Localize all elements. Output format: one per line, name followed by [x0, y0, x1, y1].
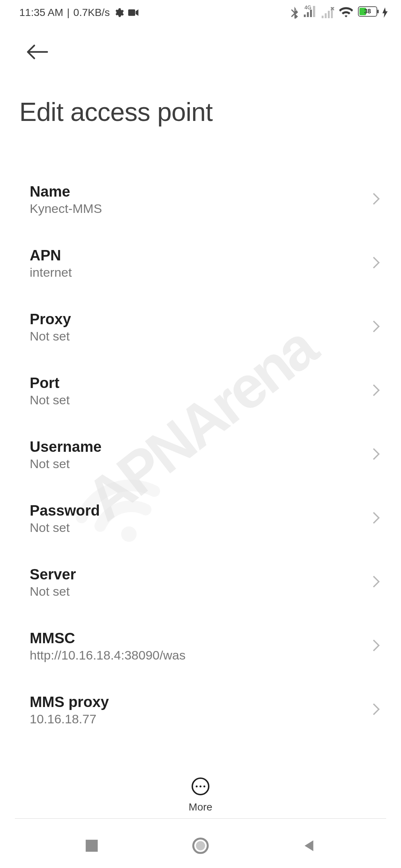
battery-pct: 38	[359, 7, 376, 16]
setting-value: Kynect-MMS	[30, 201, 102, 216]
nav-home-button[interactable]	[186, 831, 215, 861]
chevron-right-icon	[372, 511, 380, 526]
network-type-label: 4G	[304, 4, 312, 10]
bottom-action-bar: More	[0, 768, 401, 813]
setting-value: Not set	[30, 329, 71, 343]
svg-point-4	[199, 785, 201, 787]
setting-row-password[interactable]: Password Not set	[0, 487, 401, 550]
chevron-right-icon	[372, 384, 380, 398]
circle-icon	[192, 837, 209, 854]
setting-row-apn[interactable]: APN internet	[0, 231, 401, 295]
triangle-left-icon	[303, 839, 316, 852]
status-left: 11:35 AM | 0.7KB/s	[19, 7, 139, 19]
svg-rect-6	[85, 840, 97, 852]
signal-icon-2	[322, 7, 334, 18]
setting-row-port[interactable]: Port Not set	[0, 359, 401, 423]
nav-recents-button[interactable]	[77, 831, 107, 861]
chevron-right-icon	[372, 639, 380, 654]
chevron-right-icon	[372, 256, 380, 271]
svg-point-8	[196, 841, 205, 851]
setting-label: Name	[30, 183, 102, 200]
bottom-divider	[15, 818, 386, 819]
arrow-left-icon	[27, 44, 48, 60]
setting-row-proxy[interactable]: Proxy Not set	[0, 295, 401, 359]
status-right: 4G 38	[290, 6, 388, 20]
setting-value: http://10.16.18.4:38090/was	[30, 648, 186, 662]
setting-label: APN	[30, 247, 72, 264]
bluetooth-icon	[290, 7, 299, 19]
setting-row-username[interactable]: Username Not set	[0, 423, 401, 487]
more-button[interactable]: More	[189, 777, 212, 813]
status-bar: 11:35 AM | 0.7KB/s 4G 38	[0, 0, 401, 25]
chevron-right-icon	[372, 192, 380, 207]
setting-label: MMSC	[30, 630, 186, 647]
svg-rect-1	[128, 9, 135, 16]
wifi-icon	[339, 7, 353, 18]
setting-label: Username	[30, 438, 101, 455]
status-time: 11:35 AM	[19, 7, 63, 19]
chevron-right-icon	[372, 703, 380, 717]
status-sep: |	[67, 7, 69, 19]
setting-value: Not set	[30, 520, 100, 535]
setting-label: Proxy	[30, 311, 71, 328]
chevron-right-icon	[372, 447, 380, 462]
setting-label: Port	[30, 375, 70, 391]
settings-list: Name Kynect-MMS APN internet Proxy Not s…	[0, 168, 401, 742]
setting-value: Not set	[30, 584, 76, 599]
page-header: Edit access point	[0, 25, 401, 127]
more-label: More	[189, 801, 212, 813]
video-icon	[128, 8, 139, 17]
nav-back-button[interactable]	[294, 831, 324, 861]
setting-value: 10.16.18.77	[30, 712, 109, 726]
setting-value: Not set	[30, 393, 70, 407]
setting-label: Password	[30, 502, 100, 519]
setting-row-name[interactable]: Name Kynect-MMS	[0, 168, 401, 231]
svg-point-5	[203, 785, 205, 787]
chevron-right-icon	[372, 320, 380, 335]
setting-row-mms-proxy[interactable]: MMS proxy 10.16.18.77	[0, 678, 401, 742]
setting-row-mmsc[interactable]: MMSC http://10.16.18.4:38090/was	[0, 614, 401, 678]
signal-icon-1: 4G	[304, 6, 316, 20]
setting-value: Not set	[30, 457, 101, 471]
status-data-rate: 0.7KB/s	[74, 7, 110, 19]
page-title: Edit access point	[19, 97, 382, 127]
square-icon	[85, 839, 98, 852]
charging-icon	[382, 7, 388, 18]
setting-label: MMS proxy	[30, 694, 109, 710]
setting-label: Server	[30, 566, 76, 583]
setting-value: internet	[30, 265, 72, 280]
back-button[interactable]	[19, 37, 49, 67]
more-icon	[191, 777, 210, 798]
svg-point-3	[196, 785, 198, 787]
chevron-right-icon	[372, 575, 380, 590]
setting-row-server[interactable]: Server Not set	[0, 550, 401, 614]
battery-icon: 38	[358, 6, 377, 19]
navigation-bar	[0, 823, 401, 868]
gear-icon	[114, 7, 124, 18]
